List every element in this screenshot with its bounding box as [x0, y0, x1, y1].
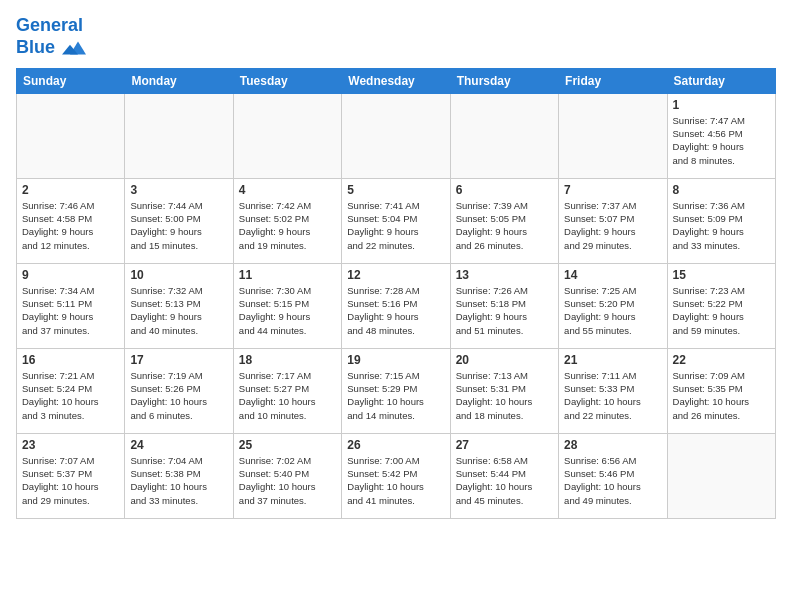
- day-number: 15: [673, 268, 770, 282]
- day-header-sunday: Sunday: [17, 68, 125, 93]
- day-number: 14: [564, 268, 661, 282]
- calendar-cell: 3Sunrise: 7:44 AM Sunset: 5:00 PM Daylig…: [125, 178, 233, 263]
- day-number: 28: [564, 438, 661, 452]
- day-number: 25: [239, 438, 336, 452]
- day-info: Sunrise: 7:32 AM Sunset: 5:13 PM Dayligh…: [130, 284, 227, 337]
- calendar-cell: 14Sunrise: 7:25 AM Sunset: 5:20 PM Dayli…: [559, 263, 667, 348]
- calendar-cell: 8Sunrise: 7:36 AM Sunset: 5:09 PM Daylig…: [667, 178, 775, 263]
- calendar-cell: 13Sunrise: 7:26 AM Sunset: 5:18 PM Dayli…: [450, 263, 558, 348]
- day-info: Sunrise: 7:36 AM Sunset: 5:09 PM Dayligh…: [673, 199, 770, 252]
- calendar-cell: 1Sunrise: 7:47 AM Sunset: 4:56 PM Daylig…: [667, 93, 775, 178]
- day-info: Sunrise: 7:07 AM Sunset: 5:37 PM Dayligh…: [22, 454, 119, 507]
- logo-icon: [62, 36, 86, 60]
- day-info: Sunrise: 7:25 AM Sunset: 5:20 PM Dayligh…: [564, 284, 661, 337]
- calendar-cell: 10Sunrise: 7:32 AM Sunset: 5:13 PM Dayli…: [125, 263, 233, 348]
- calendar-cell: 18Sunrise: 7:17 AM Sunset: 5:27 PM Dayli…: [233, 348, 341, 433]
- calendar-cell: 28Sunrise: 6:56 AM Sunset: 5:46 PM Dayli…: [559, 433, 667, 518]
- day-info: Sunrise: 7:42 AM Sunset: 5:02 PM Dayligh…: [239, 199, 336, 252]
- day-number: 23: [22, 438, 119, 452]
- day-number: 9: [22, 268, 119, 282]
- day-info: Sunrise: 7:39 AM Sunset: 5:05 PM Dayligh…: [456, 199, 553, 252]
- day-number: 6: [456, 183, 553, 197]
- logo: General Blue: [16, 16, 86, 60]
- day-header-saturday: Saturday: [667, 68, 775, 93]
- calendar-cell: [450, 93, 558, 178]
- day-number: 19: [347, 353, 444, 367]
- day-number: 2: [22, 183, 119, 197]
- logo-text2: Blue: [16, 36, 86, 60]
- calendar-header: SundayMondayTuesdayWednesdayThursdayFrid…: [17, 68, 776, 93]
- day-info: Sunrise: 7:11 AM Sunset: 5:33 PM Dayligh…: [564, 369, 661, 422]
- calendar-cell: 2Sunrise: 7:46 AM Sunset: 4:58 PM Daylig…: [17, 178, 125, 263]
- calendar-cell: 21Sunrise: 7:11 AM Sunset: 5:33 PM Dayli…: [559, 348, 667, 433]
- day-info: Sunrise: 7:09 AM Sunset: 5:35 PM Dayligh…: [673, 369, 770, 422]
- calendar-cell: [342, 93, 450, 178]
- calendar-cell: 24Sunrise: 7:04 AM Sunset: 5:38 PM Dayli…: [125, 433, 233, 518]
- day-info: Sunrise: 7:13 AM Sunset: 5:31 PM Dayligh…: [456, 369, 553, 422]
- day-number: 21: [564, 353, 661, 367]
- day-number: 3: [130, 183, 227, 197]
- week-row-1: 2Sunrise: 7:46 AM Sunset: 4:58 PM Daylig…: [17, 178, 776, 263]
- logo-text: General: [16, 16, 86, 36]
- calendar-cell: 12Sunrise: 7:28 AM Sunset: 5:16 PM Dayli…: [342, 263, 450, 348]
- day-info: Sunrise: 7:34 AM Sunset: 5:11 PM Dayligh…: [22, 284, 119, 337]
- day-info: Sunrise: 7:19 AM Sunset: 5:26 PM Dayligh…: [130, 369, 227, 422]
- calendar-cell: 20Sunrise: 7:13 AM Sunset: 5:31 PM Dayli…: [450, 348, 558, 433]
- day-info: Sunrise: 7:26 AM Sunset: 5:18 PM Dayligh…: [456, 284, 553, 337]
- day-info: Sunrise: 6:58 AM Sunset: 5:44 PM Dayligh…: [456, 454, 553, 507]
- week-row-2: 9Sunrise: 7:34 AM Sunset: 5:11 PM Daylig…: [17, 263, 776, 348]
- day-number: 18: [239, 353, 336, 367]
- calendar-cell: 19Sunrise: 7:15 AM Sunset: 5:29 PM Dayli…: [342, 348, 450, 433]
- day-number: 13: [456, 268, 553, 282]
- day-header-thursday: Thursday: [450, 68, 558, 93]
- calendar-cell: 16Sunrise: 7:21 AM Sunset: 5:24 PM Dayli…: [17, 348, 125, 433]
- day-info: Sunrise: 7:28 AM Sunset: 5:16 PM Dayligh…: [347, 284, 444, 337]
- day-number: 26: [347, 438, 444, 452]
- calendar-cell: 5Sunrise: 7:41 AM Sunset: 5:04 PM Daylig…: [342, 178, 450, 263]
- calendar-cell: 25Sunrise: 7:02 AM Sunset: 5:40 PM Dayli…: [233, 433, 341, 518]
- week-row-3: 16Sunrise: 7:21 AM Sunset: 5:24 PM Dayli…: [17, 348, 776, 433]
- calendar-cell: 7Sunrise: 7:37 AM Sunset: 5:07 PM Daylig…: [559, 178, 667, 263]
- day-header-monday: Monday: [125, 68, 233, 93]
- day-info: Sunrise: 6:56 AM Sunset: 5:46 PM Dayligh…: [564, 454, 661, 507]
- page-header: General Blue: [16, 16, 776, 60]
- day-info: Sunrise: 7:23 AM Sunset: 5:22 PM Dayligh…: [673, 284, 770, 337]
- day-header-friday: Friday: [559, 68, 667, 93]
- week-row-4: 23Sunrise: 7:07 AM Sunset: 5:37 PM Dayli…: [17, 433, 776, 518]
- calendar-cell: 15Sunrise: 7:23 AM Sunset: 5:22 PM Dayli…: [667, 263, 775, 348]
- day-info: Sunrise: 7:41 AM Sunset: 5:04 PM Dayligh…: [347, 199, 444, 252]
- day-info: Sunrise: 7:37 AM Sunset: 5:07 PM Dayligh…: [564, 199, 661, 252]
- calendar-cell: [233, 93, 341, 178]
- calendar-cell: 9Sunrise: 7:34 AM Sunset: 5:11 PM Daylig…: [17, 263, 125, 348]
- calendar-cell: [559, 93, 667, 178]
- calendar-cell: 11Sunrise: 7:30 AM Sunset: 5:15 PM Dayli…: [233, 263, 341, 348]
- day-number: 24: [130, 438, 227, 452]
- calendar-body: 1Sunrise: 7:47 AM Sunset: 4:56 PM Daylig…: [17, 93, 776, 518]
- week-row-0: 1Sunrise: 7:47 AM Sunset: 4:56 PM Daylig…: [17, 93, 776, 178]
- day-number: 1: [673, 98, 770, 112]
- calendar-cell: [125, 93, 233, 178]
- calendar-cell: 23Sunrise: 7:07 AM Sunset: 5:37 PM Dayli…: [17, 433, 125, 518]
- calendar-table: SundayMondayTuesdayWednesdayThursdayFrid…: [16, 68, 776, 519]
- day-info: Sunrise: 7:04 AM Sunset: 5:38 PM Dayligh…: [130, 454, 227, 507]
- day-number: 11: [239, 268, 336, 282]
- calendar-cell: 22Sunrise: 7:09 AM Sunset: 5:35 PM Dayli…: [667, 348, 775, 433]
- calendar-cell: [17, 93, 125, 178]
- day-number: 10: [130, 268, 227, 282]
- day-info: Sunrise: 7:44 AM Sunset: 5:00 PM Dayligh…: [130, 199, 227, 252]
- day-info: Sunrise: 7:21 AM Sunset: 5:24 PM Dayligh…: [22, 369, 119, 422]
- day-info: Sunrise: 7:30 AM Sunset: 5:15 PM Dayligh…: [239, 284, 336, 337]
- day-info: Sunrise: 7:46 AM Sunset: 4:58 PM Dayligh…: [22, 199, 119, 252]
- day-number: 20: [456, 353, 553, 367]
- day-info: Sunrise: 7:47 AM Sunset: 4:56 PM Dayligh…: [673, 114, 770, 167]
- header-row: SundayMondayTuesdayWednesdayThursdayFrid…: [17, 68, 776, 93]
- calendar-cell: 26Sunrise: 7:00 AM Sunset: 5:42 PM Dayli…: [342, 433, 450, 518]
- day-number: 7: [564, 183, 661, 197]
- day-header-wednesday: Wednesday: [342, 68, 450, 93]
- day-number: 17: [130, 353, 227, 367]
- day-info: Sunrise: 7:02 AM Sunset: 5:40 PM Dayligh…: [239, 454, 336, 507]
- calendar-cell: 6Sunrise: 7:39 AM Sunset: 5:05 PM Daylig…: [450, 178, 558, 263]
- calendar-cell: 17Sunrise: 7:19 AM Sunset: 5:26 PM Dayli…: [125, 348, 233, 433]
- calendar-cell: 4Sunrise: 7:42 AM Sunset: 5:02 PM Daylig…: [233, 178, 341, 263]
- calendar-cell: [667, 433, 775, 518]
